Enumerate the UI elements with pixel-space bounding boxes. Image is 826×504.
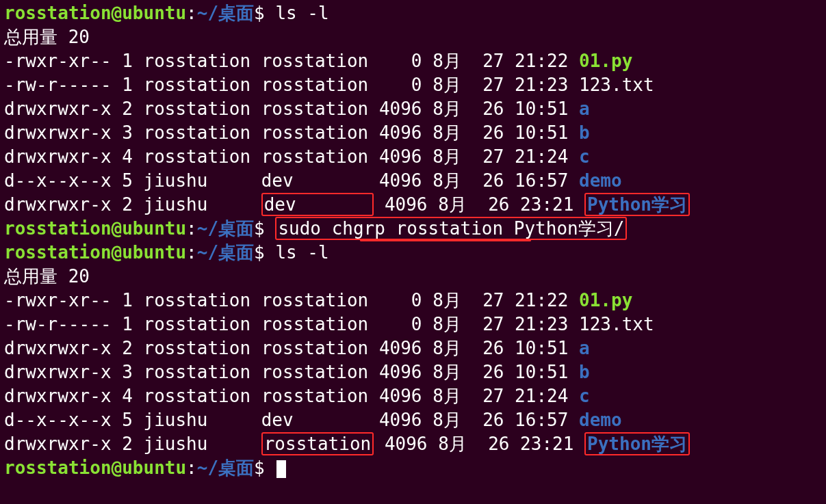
ls-group: dev bbox=[261, 170, 379, 191]
ls-month: 8月 bbox=[433, 170, 482, 191]
ls-day: 27 bbox=[482, 386, 515, 406]
ls-month: 8月 bbox=[433, 290, 482, 310]
ls-day: 26 bbox=[482, 98, 515, 119]
command: ls -l bbox=[275, 242, 328, 263]
ls-filename: a bbox=[579, 98, 590, 119]
ls-size: 4096 bbox=[379, 98, 433, 119]
ls-total: 总用量 20 bbox=[4, 25, 822, 49]
ls-perm: -rwxr-xr-- bbox=[4, 51, 122, 71]
prompt-user: rosstation@ubuntu bbox=[4, 3, 186, 23]
ls-size: 4096 bbox=[379, 122, 433, 143]
ls-links: 2 bbox=[122, 98, 143, 119]
ls-owner: jiushu bbox=[144, 410, 261, 430]
ls-links: 3 bbox=[122, 122, 143, 143]
cursor bbox=[276, 460, 286, 478]
ls-owner: rosstation bbox=[144, 122, 261, 143]
ls-perm: drwxrwxr-x bbox=[4, 98, 122, 119]
ls-time: 21:24 bbox=[515, 386, 579, 406]
ls-day: 26 bbox=[482, 170, 515, 191]
ls-row: d--x--x--x 5 jiushu dev 4096 8月 26 16:57… bbox=[4, 408, 822, 432]
ls-time: 21:24 bbox=[515, 146, 579, 167]
ls-owner: rosstation bbox=[144, 362, 261, 382]
ls-size: 4096 bbox=[385, 434, 438, 454]
ls-size: 4096 bbox=[379, 386, 433, 406]
ls-day: 26 bbox=[482, 122, 515, 143]
ls-links: 3 bbox=[122, 362, 143, 382]
ls-size: 0 bbox=[379, 51, 433, 71]
ls-month: 8月 bbox=[433, 314, 482, 334]
ls-links: 1 bbox=[122, 290, 143, 310]
ls-day: 27 bbox=[482, 51, 515, 71]
ls-perm: drwxrwxr-x bbox=[4, 146, 122, 167]
ls-day: 26 bbox=[482, 410, 515, 430]
ls-links: 2 bbox=[122, 194, 143, 215]
ls-filename: 123.txt bbox=[579, 314, 654, 334]
ls-perm: drwxrwxr-x bbox=[4, 194, 122, 215]
prompt-line: rosstation@ubuntu:~/桌面$ ls -l bbox=[4, 241, 822, 265]
ls-group: rosstation bbox=[261, 314, 379, 334]
ls-filename: 01.py bbox=[579, 51, 632, 71]
ls-group: rosstation bbox=[261, 432, 374, 455]
ls-month: 8月 bbox=[438, 194, 488, 215]
ls-size: 4096 bbox=[379, 362, 433, 382]
ls-row: d--x--x--x 5 jiushu dev 4096 8月 26 16:57… bbox=[4, 169, 822, 193]
ls-time: 16:57 bbox=[515, 410, 579, 430]
prompt-user: rosstation@ubuntu bbox=[4, 457, 186, 478]
prompt-sep: : bbox=[186, 218, 197, 239]
ls-size: 0 bbox=[379, 75, 433, 95]
ls-row: -rwxr-xr-- 1 rosstation rosstation 0 8月 … bbox=[4, 49, 822, 73]
ls-day: 27 bbox=[482, 75, 515, 95]
ls-size: 4096 bbox=[379, 338, 433, 358]
ls-time: 21:22 bbox=[515, 290, 579, 310]
ls-group: dev bbox=[261, 410, 379, 430]
terminal[interactable]: rosstation@ubuntu:~/桌面$ ls -l总用量 20-rwxr… bbox=[0, 0, 826, 481]
ls-perm: drwxrwxr-x bbox=[4, 122, 122, 143]
ls-group: dev bbox=[261, 193, 374, 216]
ls-group: rosstation bbox=[261, 122, 379, 143]
ls-time: 21:23 bbox=[515, 75, 579, 95]
ls-links: 4 bbox=[122, 146, 143, 167]
ls-owner: rosstation bbox=[144, 98, 261, 119]
prompt-dollar: $ bbox=[254, 218, 275, 239]
ls-day: 26 bbox=[488, 434, 520, 454]
prompt-path: ~/桌面 bbox=[197, 3, 254, 23]
ls-total-text: 总用量 20 bbox=[4, 266, 90, 287]
command: sudo chgrp rosstation Python学习/ bbox=[275, 217, 627, 240]
ls-row: drwxrwxr-x 3 rosstation rosstation 4096 … bbox=[4, 121, 822, 145]
ls-owner: jiushu bbox=[144, 170, 261, 191]
ls-row: drwxrwxr-x 2 jiushu rosstation 4096 8月 2… bbox=[4, 432, 822, 456]
ls-perm: -rw-r----- bbox=[4, 314, 122, 334]
ls-owner: jiushu bbox=[144, 194, 261, 215]
ls-owner: rosstation bbox=[144, 75, 261, 95]
ls-group: rosstation bbox=[261, 98, 379, 119]
ls-perm: -rwxr-xr-- bbox=[4, 290, 122, 310]
ls-row: -rw-r----- 1 rosstation rosstation 0 8月 … bbox=[4, 313, 822, 336]
prompt-path: ~/桌面 bbox=[197, 218, 254, 239]
ls-row: drwxrwxr-x 2 jiushu dev 4096 8月 26 23:21… bbox=[4, 193, 822, 217]
ls-row: drwxrwxr-x 2 rosstation rosstation 4096 … bbox=[4, 97, 822, 121]
ls-size: 4096 bbox=[379, 146, 433, 167]
ls-links: 1 bbox=[122, 51, 143, 71]
prompt-dollar: $ bbox=[254, 457, 275, 478]
ls-time: 10:51 bbox=[515, 338, 579, 358]
prompt-dollar: $ bbox=[254, 3, 275, 23]
ls-owner: rosstation bbox=[144, 338, 261, 358]
ls-links: 2 bbox=[122, 338, 143, 358]
ls-row: drwxrwxr-x 3 rosstation rosstation 4096 … bbox=[4, 360, 822, 384]
ls-links: 4 bbox=[122, 386, 143, 406]
prompt-user: rosstation@ubuntu bbox=[4, 242, 186, 263]
ls-day: 27 bbox=[482, 290, 515, 310]
prompt-path: ~/桌面 bbox=[197, 242, 254, 263]
ls-month: 8月 bbox=[438, 434, 488, 454]
ls-owner: rosstation bbox=[144, 290, 261, 310]
ls-day: 26 bbox=[488, 194, 520, 215]
ls-time: 10:51 bbox=[515, 362, 579, 382]
ls-filename: Python学习 bbox=[584, 432, 690, 455]
ls-filename: b bbox=[579, 122, 590, 143]
ls-group: rosstation bbox=[261, 290, 379, 310]
ls-filename: demo bbox=[579, 410, 622, 430]
ls-row: drwxrwxr-x 4 rosstation rosstation 4096 … bbox=[4, 145, 822, 169]
ls-day: 26 bbox=[482, 338, 515, 358]
ls-filename: c bbox=[579, 146, 590, 167]
prompt-sep: : bbox=[186, 457, 197, 478]
